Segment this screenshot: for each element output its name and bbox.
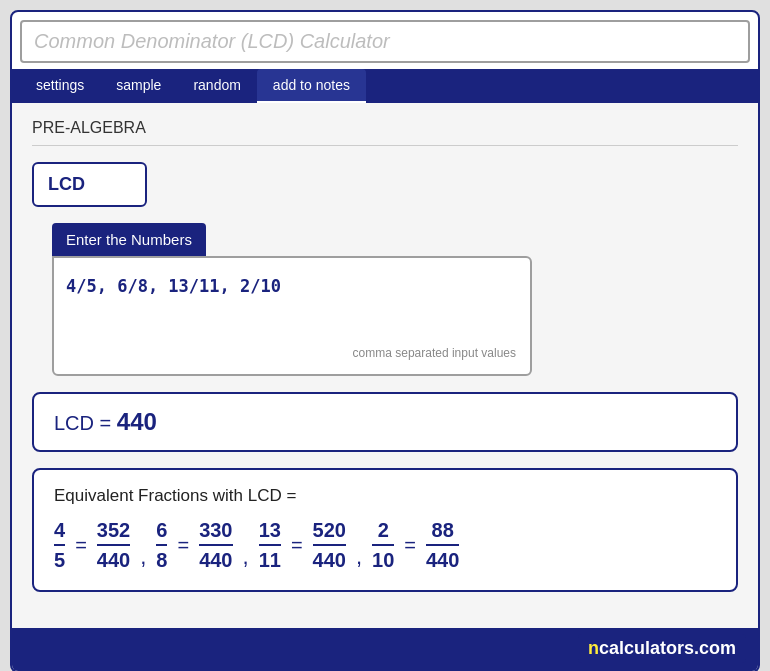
input-hint: comma separated input values: [66, 346, 516, 360]
input-label: Enter the Numbers: [52, 223, 206, 256]
fraction-520-440: 520 440: [313, 518, 346, 572]
number-input[interactable]: [66, 272, 518, 342]
result-label: LCD: [54, 412, 94, 434]
title-bar: Common Denominator (LCD) Calculator: [20, 20, 750, 63]
result-value: 440: [117, 408, 157, 435]
fraction-4-5: 4 5: [54, 518, 65, 572]
tab-add-to-notes[interactable]: add to notes: [257, 69, 366, 103]
tab-sample[interactable]: sample: [100, 69, 177, 103]
brand-text: ncalculators.com: [578, 634, 746, 663]
page-title: Common Denominator (LCD) Calculator: [34, 30, 390, 52]
brand-prefix: n: [588, 638, 599, 658]
main-content: PRE-ALGEBRA LCD Enter the Numbers comma …: [12, 103, 758, 628]
tab-settings[interactable]: settings: [20, 69, 100, 103]
result-equals: =: [100, 412, 117, 434]
fractions-box: Equivalent Fractions with LCD = 4 5 = 35…: [32, 468, 738, 592]
equals-2: =: [177, 534, 189, 557]
brand-suffix: calculators.com: [599, 638, 736, 658]
input-section: Enter the Numbers comma separated input …: [52, 223, 738, 376]
fraction-2-10: 2 10: [372, 518, 394, 572]
category-label: PRE-ALGEBRA: [32, 119, 738, 146]
calculator-label: LCD: [32, 162, 147, 207]
tab-random[interactable]: random: [177, 69, 256, 103]
fraction-88-440: 88 440: [426, 518, 459, 572]
fraction-13-11: 13 11: [259, 518, 281, 572]
fraction-330-440: 330 440: [199, 518, 232, 572]
equals-4: =: [404, 534, 416, 557]
fractions-title: Equivalent Fractions with LCD =: [54, 486, 716, 506]
result-box: LCD = 440: [32, 392, 738, 452]
comma-3: ,: [356, 544, 362, 570]
comma-2: ,: [243, 544, 249, 570]
main-container: Common Denominator (LCD) Calculator sett…: [10, 10, 760, 671]
footer-brand: ncalculators.com: [12, 628, 758, 671]
tab-bar: settings sample random add to notes: [12, 69, 758, 103]
fractions-row: 4 5 = 352 440 , 6 8 = 330: [54, 518, 716, 572]
input-box-wrapper: comma separated input values: [52, 256, 532, 376]
equals-3: =: [291, 534, 303, 557]
equals-1: =: [75, 534, 87, 557]
comma-1: ,: [140, 544, 146, 570]
fraction-352-440: 352 440: [97, 518, 130, 572]
fraction-6-8: 6 8: [156, 518, 167, 572]
